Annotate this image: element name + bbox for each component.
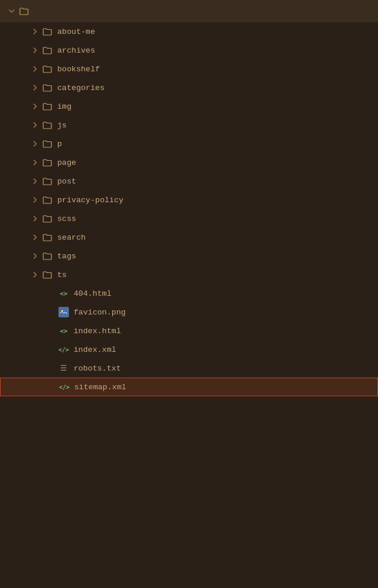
folder-label: about-me [57,27,95,36]
tree-item-tags[interactable]: tags [0,247,378,265]
file-tree: about-me archives [0,0,378,588]
tree-item-archives[interactable]: archives [0,41,378,60]
folder-label: p [57,140,62,148]
folder-icon [42,26,53,37]
tree-item-categories[interactable]: categories [0,78,378,97]
tree-item-page[interactable]: page [0,153,378,172]
folder-icon [42,213,53,224]
folder-icon [42,195,53,205]
folder-label: archives [57,46,95,55]
chevron-right-icon [30,214,40,223]
spacer [47,307,56,317]
tree-item-sitemap-xml[interactable]: </> sitemap.xml [0,378,378,396]
tree-item-robots-txt[interactable]: ☰ robots.txt [0,359,378,378]
tree-item-p[interactable]: p [0,134,378,153]
folder-label: bookshelf [57,65,100,74]
tree-item-index-xml[interactable]: </> index.xml [0,340,378,359]
txt-file-icon: ☰ [58,363,69,373]
folder-label: post [57,177,76,186]
chevron-right-icon [30,83,40,92]
chevron-right-icon [30,120,40,130]
png-file-icon [58,307,69,317]
chevron-right-icon [30,195,40,205]
file-label: index.xml [74,345,116,354]
folder-icon [42,269,53,280]
tree-item-scss[interactable]: scss [0,209,378,228]
spacer [47,326,56,335]
folder-icon [42,176,53,186]
chevron-right-icon [30,233,40,242]
folder-label: search [57,233,86,242]
file-label: sitemap.xml [74,383,126,392]
chevron-right-icon [30,251,40,261]
chevron-right-icon [30,177,40,186]
file-label: favicon.png [74,308,126,317]
tree-item-favicon-png[interactable]: favicon.png [0,303,378,321]
folder-icon [42,45,53,56]
tree-item-public[interactable] [0,0,378,22]
folder-label: js [57,121,67,130]
chevron-right-icon [30,139,40,148]
file-label: 404.html [74,289,112,298]
folder-label: ts [57,271,67,279]
spacer [47,382,57,392]
folder-list: about-me archives [0,22,378,284]
folder-icon [42,251,53,261]
xml-file-icon: </> [59,382,70,392]
html-file-icon: <> [58,288,69,299]
chevron-right-icon [30,270,40,279]
tree-item-404-html[interactable]: <> 404.html [0,284,378,303]
spacer [47,289,56,298]
folder-label: page [57,158,76,167]
tree-item-img[interactable]: img [0,97,378,116]
tree-item-about-me[interactable]: about-me [0,22,378,41]
chevron-down-icon [7,6,16,16]
folder-label: img [57,102,71,111]
folder-icon [42,64,53,74]
tree-item-search[interactable]: search [0,228,378,247]
file-label: robots.txt [74,364,121,373]
chevron-right-icon [30,27,40,36]
folder-icon [42,157,53,168]
folder-label: scss [57,215,76,223]
folder-icon [42,101,53,112]
folder-label: privacy-policy [57,196,123,205]
folder-icon [42,232,53,243]
tree-item-privacy-policy[interactable]: privacy-policy [0,191,378,209]
chevron-right-icon [30,64,40,74]
folder-icon [42,82,53,93]
tree-item-bookshelf[interactable]: bookshelf [0,60,378,78]
folder-icon [42,139,53,149]
chevron-right-icon [30,102,40,111]
file-label: index.html [74,327,121,335]
folder-label: categories [57,84,105,92]
tree-item-index-html[interactable]: <> index.html [0,321,378,340]
folder-label: tags [57,252,76,261]
tree-item-ts[interactable]: ts [0,265,378,284]
folder-icon [42,120,53,130]
html-file-icon: <> [58,326,69,336]
tree-item-post[interactable]: post [0,172,378,191]
xml-file-icon: </> [58,344,69,355]
file-list: <> 404.html favicon.png <> index.html </… [0,284,378,396]
chevron-right-icon [30,158,40,167]
spacer [47,345,56,354]
spacer [47,364,56,373]
svg-point-1 [61,310,63,312]
tree-item-js[interactable]: js [0,116,378,134]
folder-icon [19,6,29,16]
chevron-right-icon [30,46,40,55]
